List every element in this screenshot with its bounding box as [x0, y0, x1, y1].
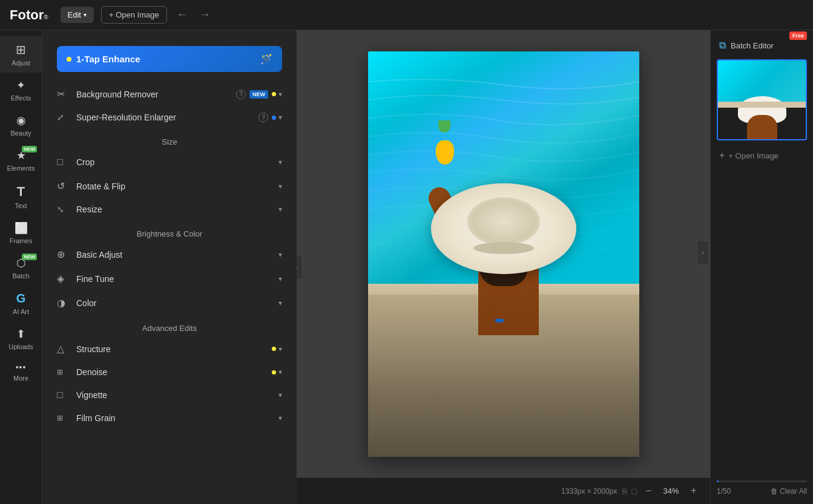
- more-icon: •••: [16, 362, 27, 372]
- main-image: [368, 51, 639, 457]
- structure-dot: [272, 347, 276, 351]
- logo: Fotor®: [10, 7, 48, 23]
- sidebar-item-adjust[interactable]: ⊞ Adjust: [0, 36, 42, 73]
- vignette-icon: □: [57, 390, 70, 401]
- active-dot: [272, 92, 276, 96]
- vignette-item[interactable]: □ Vignette ▾: [47, 384, 292, 407]
- progress-fill: [717, 480, 719, 482]
- image-thumbnail[interactable]: [717, 59, 807, 140]
- collapse-panel-button[interactable]: ‹: [297, 255, 303, 280]
- file-icon: □: [632, 486, 637, 496]
- bottom-status-bar: 1333px × 2000px ⎘ □ − 34% +: [297, 477, 710, 504]
- adjust-icon: ⊞: [16, 42, 26, 57]
- batch-editor-icon: ⧉: [719, 40, 726, 51]
- free-badge: Free: [789, 31, 807, 40]
- undo-button[interactable]: ←: [174, 6, 190, 24]
- right-panel-expand[interactable]: ›: [697, 240, 709, 264]
- sidebar-item-beauty[interactable]: ◉ Beauty: [0, 108, 42, 143]
- chevron-icon: ▾: [278, 90, 282, 99]
- size-section-header: Size: [42, 129, 297, 150]
- sidebar-item-ai-art[interactable]: G AI Art: [0, 286, 42, 321]
- zoom-level: 34%: [660, 486, 682, 496]
- active-dot-2: [272, 116, 276, 120]
- canvas-area: ‹: [297, 30, 710, 504]
- uploads-icon: ⬆: [16, 327, 25, 341]
- basic-adjust-item[interactable]: ⊕ Basic Adjust ▾: [47, 243, 292, 266]
- chevron-structure: ▾: [278, 345, 282, 353]
- text-icon: T: [17, 184, 25, 200]
- right-panel-footer: 1/50 🗑 Clear All: [717, 485, 807, 498]
- chevron-resize: ▾: [278, 205, 282, 214]
- chevron-denoise: ▾: [278, 368, 282, 376]
- beauty-icon: ◉: [16, 114, 26, 127]
- copy-icon: ⎘: [622, 486, 627, 496]
- crop-icon: □: [57, 157, 70, 168]
- progress-bar: [717, 480, 807, 482]
- film-grain-item[interactable]: ⊞ Film Grain ▾: [47, 407, 292, 429]
- sidebar-item-more[interactable]: ••• More: [0, 356, 42, 388]
- chevron-rotate: ▾: [278, 182, 282, 191]
- clear-all-button[interactable]: 🗑 Clear All: [771, 487, 807, 496]
- help-icon-2: ?: [258, 113, 268, 122]
- film-grain-icon: ⊞: [57, 414, 70, 422]
- edit-dropdown[interactable]: Edit ▾: [61, 7, 94, 23]
- advanced-edits-section-header: Advanced Edits: [42, 315, 297, 336]
- tool-panel: 1-Tap Enhance 🪄 ✂ Background Remover ? N…: [42, 30, 297, 504]
- chevron-fine-tune: ▾: [278, 275, 282, 283]
- chevron-icon-2: ▾: [278, 113, 282, 122]
- chevron-crop: ▾: [278, 158, 282, 166]
- plus-icon: +: [719, 150, 725, 161]
- image-dimensions: 1333px × 2000px: [561, 487, 617, 496]
- chevron-basic: ▾: [278, 250, 282, 259]
- wand-icon: 🪄: [260, 53, 272, 65]
- crop-item[interactable]: □ Crop ▾: [47, 151, 292, 174]
- denoise-dot: [272, 370, 276, 375]
- open-image-right[interactable]: + + Open Image: [717, 145, 807, 166]
- resize-item[interactable]: ⤡ Resize ▾: [47, 198, 292, 220]
- structure-item[interactable]: △ Structure ▾: [47, 337, 292, 361]
- super-resolution-item[interactable]: ⤢ Super-Resolution Enlarger ? ▾: [47, 106, 292, 128]
- super-resolution-icon: ⤢: [57, 113, 70, 122]
- sidebar-item-frames[interactable]: ⬜ Frames: [0, 215, 42, 250]
- chevron-film-grain: ▾: [278, 414, 282, 422]
- fine-tune-icon: ◈: [57, 273, 70, 284]
- background-remover-item[interactable]: ✂ Background Remover ? NEW ▾: [47, 82, 292, 106]
- fine-tune-item[interactable]: ◈ Fine Tune ▾: [47, 267, 292, 290]
- brightness-color-section-header: Brightness & Color: [42, 221, 297, 242]
- canvas-content: [297, 30, 710, 477]
- background-remover-icon: ✂: [57, 88, 70, 100]
- sidebar-item-elements[interactable]: NEW ★ Elements: [0, 143, 42, 178]
- page-counter: 1/50: [717, 487, 731, 496]
- structure-icon: △: [57, 343, 70, 355]
- chevron-vignette: ▾: [278, 391, 282, 399]
- rotate-flip-item[interactable]: ↺ Rotate & Flip ▾: [47, 174, 292, 198]
- color-icon: ◑: [57, 297, 70, 309]
- chevron-color: ▾: [278, 299, 282, 307]
- help-icon: ?: [236, 90, 246, 99]
- enhance-dot: [67, 57, 71, 62]
- sidebar-item-text[interactable]: T Text: [0, 178, 42, 215]
- frames-icon: ⬜: [15, 221, 28, 235]
- denoise-icon: ⊞: [57, 368, 70, 376]
- ai-art-icon: G: [16, 292, 26, 306]
- zoom-minus-button[interactable]: −: [642, 483, 656, 499]
- sidebar-item-uploads[interactable]: ⬆ Uploads: [0, 321, 42, 356]
- resize-icon: ⤡: [57, 205, 70, 214]
- sidebar-item-batch[interactable]: NEW ⬡ Batch: [0, 250, 42, 286]
- icon-sidebar: ⊞ Adjust ✦ Effects ◉ Beauty NEW ★ Elemen…: [0, 30, 42, 504]
- batch-editor-header: Free ⧉ Batch Editor: [717, 36, 807, 54]
- denoise-item[interactable]: ⊞ Denoise ▾: [47, 361, 292, 383]
- redo-button[interactable]: →: [197, 6, 213, 24]
- open-image-button[interactable]: + Open Image: [101, 6, 167, 24]
- right-panel: Free ⧉ Batch Editor + + Open Image ›: [710, 30, 813, 504]
- batch-editor-title: Batch Editor: [731, 41, 774, 50]
- zoom-plus-button[interactable]: +: [686, 483, 700, 499]
- trash-icon: 🗑: [771, 487, 778, 496]
- color-item[interactable]: ◑ Color ▾: [47, 291, 292, 315]
- sidebar-item-effects[interactable]: ✦ Effects: [0, 73, 42, 108]
- one-tap-enhance-button[interactable]: 1-Tap Enhance 🪄: [57, 46, 282, 72]
- rotate-icon: ↺: [57, 180, 70, 192]
- effects-icon: ✦: [16, 79, 25, 92]
- basic-adjust-icon: ⊕: [57, 249, 70, 260]
